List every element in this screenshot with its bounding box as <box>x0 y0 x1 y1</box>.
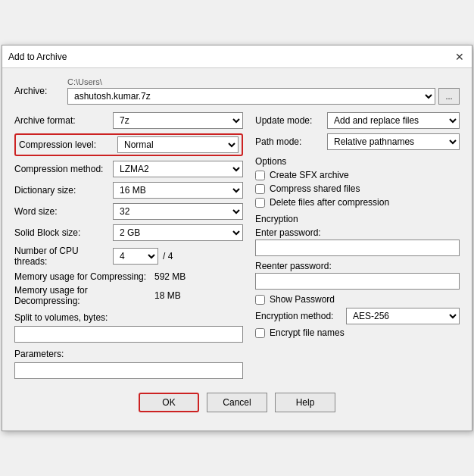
encryption-title: Encryption <box>255 214 460 224</box>
solid-block-row: Solid Block size: 2 GB <box>14 224 243 241</box>
memory-decompressing-row: Memory usage for Decompressing: 18 MB <box>14 285 243 306</box>
update-mode-label: Update mode: <box>255 115 327 126</box>
option-delete-after-checkbox[interactable] <box>255 198 265 208</box>
word-size-select[interactable]: 32 <box>113 203 243 220</box>
option-sfx-checkbox[interactable] <box>255 171 265 180</box>
compression-method-row: Compression method: LZMA2 <box>14 161 243 177</box>
encryption-method-select[interactable]: AES-256 <box>346 308 460 324</box>
archive-format-select[interactable]: 7z <box>113 112 243 129</box>
archive-filename-select[interactable]: ashutosh.kumar.7z <box>67 88 435 105</box>
encryption-method-row: Encryption method: AES-256 <box>255 308 460 324</box>
button-row: OK Cancel Help <box>14 393 460 421</box>
option-sfx-label: Create SFX archive <box>270 170 349 180</box>
cpu-threads-label: Number of CPU threads: <box>14 246 113 267</box>
encrypt-filenames-checkbox[interactable] <box>255 328 265 338</box>
main-window: Add to Archive ✕ Archive: C:\Users\ ashu… <box>2 45 472 431</box>
enter-password-input[interactable] <box>255 240 460 256</box>
archive-path-sub: C:\Users\ <box>67 77 460 86</box>
dictionary-size-row: Dictionary size: 16 MB <box>14 182 243 199</box>
browse-button[interactable]: ... <box>438 88 460 105</box>
options-section: Options Create SFX archive Compress shar… <box>255 156 460 208</box>
update-mode-select[interactable]: Add and replace files <box>327 112 460 129</box>
option-compress-shared-row: Compress shared files <box>255 183 460 194</box>
cpu-threads-row: Number of CPU threads: 4 / 4 <box>14 246 243 267</box>
title-bar: Add to Archive ✕ <box>2 45 472 68</box>
dictionary-size-select[interactable]: 16 MB <box>113 182 243 199</box>
reenter-password-label: Reenter password: <box>255 261 460 271</box>
solid-block-select[interactable]: 2 GB <box>113 224 243 241</box>
archive-format-row: Archive format: 7z <box>14 112 243 129</box>
memory-decompressing-value: 18 MB <box>154 290 181 301</box>
window-title: Add to Archive <box>8 52 67 62</box>
show-password-label: Show Password <box>270 294 335 305</box>
encrypt-filenames-row: Encrypt file names <box>255 327 460 338</box>
solid-block-label: Solid Block size: <box>14 227 113 238</box>
archive-path-box: C:\Users\ ashutosh.kumar.7z ... <box>67 77 460 105</box>
encryption-section: Encryption Enter password: Reenter passw… <box>255 214 460 338</box>
show-password-checkbox[interactable] <box>255 295 265 305</box>
split-volumes-label: Split to volumes, bytes: <box>14 312 243 323</box>
path-mode-label: Path mode: <box>255 136 327 147</box>
content-area: Archive: C:\Users\ ashutosh.kumar.7z ...… <box>2 68 472 431</box>
main-columns: Archive format: 7z Compression level: No… <box>14 112 460 379</box>
parameters-label: Parameters: <box>14 349 243 359</box>
memory-compressing-label: Memory usage for Compressing: <box>14 271 154 282</box>
ok-button[interactable]: OK <box>139 393 199 412</box>
option-compress-shared-checkbox[interactable] <box>255 184 265 194</box>
parameters-input[interactable] <box>14 362 243 379</box>
help-button[interactable]: Help <box>275 393 335 412</box>
cpu-threads-total: / 4 <box>163 251 173 261</box>
compression-method-label: Compression method: <box>14 164 113 174</box>
right-column: Update mode: Add and replace files Path … <box>255 112 460 379</box>
memory-compressing-row: Memory usage for Compressing: 592 MB <box>14 271 243 282</box>
show-password-row: Show Password <box>255 294 460 305</box>
reenter-password-input[interactable] <box>255 273 460 290</box>
left-column: Archive format: 7z Compression level: No… <box>14 112 243 379</box>
cpu-threads-select[interactable]: 4 <box>113 248 158 265</box>
encrypt-filenames-label: Encrypt file names <box>270 327 345 338</box>
word-size-row: Word size: 32 <box>14 203 243 220</box>
archive-input-row: ashutosh.kumar.7z ... <box>67 88 460 105</box>
option-delete-after-row: Delete files after compression <box>255 197 460 208</box>
memory-compressing-value: 592 MB <box>154 271 186 282</box>
archive-format-label: Archive format: <box>14 115 113 126</box>
compression-level-row: Compression level: Normal <box>14 133 243 156</box>
path-mode-row: Path mode: Relative pathnames <box>255 133 460 150</box>
split-volumes-input[interactable] <box>14 326 243 343</box>
archive-row: Archive: C:\Users\ ashutosh.kumar.7z ... <box>14 77 460 105</box>
archive-label: Archive: <box>14 86 67 96</box>
enter-password-label: Enter password: <box>255 227 460 238</box>
option-compress-shared-label: Compress shared files <box>270 183 360 194</box>
path-mode-select[interactable]: Relative pathnames <box>327 133 460 150</box>
cancel-button[interactable]: Cancel <box>207 393 267 412</box>
encryption-method-label: Encryption method: <box>255 311 346 321</box>
dictionary-size-label: Dictionary size: <box>14 185 113 196</box>
compression-level-select[interactable]: Normal <box>117 136 239 153</box>
option-delete-after-label: Delete files after compression <box>270 197 389 208</box>
word-size-label: Word size: <box>14 206 113 217</box>
compression-level-label: Compression level: <box>19 139 117 150</box>
compression-method-select[interactable]: LZMA2 <box>113 161 243 177</box>
update-mode-row: Update mode: Add and replace files <box>255 112 460 129</box>
memory-decompressing-label: Memory usage for Decompressing: <box>14 285 154 306</box>
close-button[interactable]: ✕ <box>454 51 466 63</box>
option-sfx-row: Create SFX archive <box>255 170 460 180</box>
options-title: Options <box>255 156 460 167</box>
